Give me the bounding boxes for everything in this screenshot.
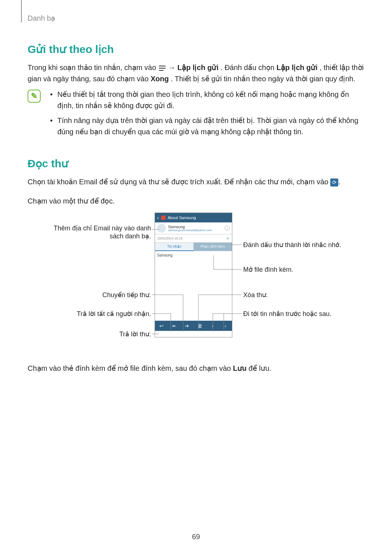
meta-row: 15/01/2014 16:15 ★ xyxy=(155,234,232,243)
callout-add-contact: Thêm địa chỉ Email này vào danh sách dan… xyxy=(38,224,151,240)
callout-prev-next: Đi tới tin nhắn trước hoặc sau. xyxy=(243,310,331,318)
leader-line xyxy=(213,313,213,332)
chapter-label: Danh bạ xyxy=(28,14,56,22)
callout-reply-all: Trả lời tất cả người nhận. xyxy=(60,310,151,318)
leader-line xyxy=(213,313,242,314)
forward-icon[interactable]: ➔ xyxy=(184,323,190,329)
leader-line xyxy=(224,313,224,332)
datetime: 15/01/2014 16:15 xyxy=(157,237,183,240)
leader-line xyxy=(213,269,242,270)
text: Chọn tài khoản Email để sử dụng và thư s… xyxy=(28,178,330,186)
callout-star: Đánh dấu thư thành lời nhắc nhở. xyxy=(243,241,341,249)
paragraph-tap-read: Chạm vào một thư để đọc. xyxy=(28,196,364,207)
menu-icon xyxy=(159,66,166,71)
text: Chạm vào thẻ đính kèm để mở file đính kè… xyxy=(28,364,233,372)
leader-line xyxy=(152,334,159,334)
note-icon: ✎ xyxy=(28,90,41,103)
phone-tabs: Tin nhắn Phần đính kèm xyxy=(155,243,232,251)
leader-line xyxy=(213,255,214,269)
text: Trong khi soạn thảo tin nhắn, chạm vào xyxy=(28,63,158,71)
avatar[interactable] xyxy=(157,224,166,233)
text-bold: Lưu xyxy=(233,364,246,372)
app-icon xyxy=(161,216,166,220)
text-bold: Lập lịch gửi xyxy=(277,63,318,71)
heading-read: Đọc thư xyxy=(28,157,364,170)
text: . xyxy=(338,178,340,186)
leader-line xyxy=(152,295,183,295)
leader-line xyxy=(171,313,171,332)
tab-message[interactable]: Tin nhắn xyxy=(155,243,193,251)
heading-schedule: Gửi thư theo lịch xyxy=(28,43,364,56)
header-rule xyxy=(21,0,22,22)
text-bold: Xong xyxy=(151,75,169,83)
mail-subject: About Samsung xyxy=(168,216,196,220)
paragraph-save-attach: Chạm vào thẻ đính kèm để mở file đính kè… xyxy=(28,363,364,374)
delete-icon[interactable]: 🗑 xyxy=(197,323,203,329)
reply-icon[interactable]: ↩ xyxy=(158,323,165,329)
callout-reply: Trả lời thư. xyxy=(100,330,151,338)
leader-line xyxy=(231,245,242,245)
mail-body: Samsung xyxy=(155,251,232,321)
text-bold: Lập lịch gửi xyxy=(177,63,219,71)
sender-name: Samsung xyxy=(168,225,225,229)
reply-all-icon[interactable]: ↞ xyxy=(171,323,177,329)
phone-titlebar: ‹ About Samsung xyxy=(155,213,232,222)
leader-line xyxy=(198,295,199,332)
callout-forward: Chuyển tiếp thư. xyxy=(82,291,151,299)
note-item: Tính năng này dựa trên thời gian và ngày… xyxy=(49,115,364,138)
leader-line xyxy=(198,295,242,295)
paragraph-schedule: Trong khi soạn thảo tin nhắn, chạm vào →… xyxy=(28,62,364,85)
text: . Đánh dấu chọn xyxy=(221,63,277,71)
email-diagram: ‹ About Samsung Samsung samsungusermanua… xyxy=(28,213,362,354)
sender-row: Samsung samsungusermanual@yahoo.com ⌄ xyxy=(155,222,232,234)
text: . Thiết bị sẽ gửi tin nhắn theo ngày và … xyxy=(171,75,355,83)
note-block: ✎ Nếu thiết bị tắt trong thời gian theo … xyxy=(28,89,364,141)
next-icon[interactable]: › xyxy=(222,323,229,329)
text: để lưu. xyxy=(249,364,271,372)
text: → xyxy=(168,63,177,71)
callout-delete: Xóa thư. xyxy=(243,291,268,299)
paragraph-read-intro: Chọn tài khoản Email để sử dụng và thư s… xyxy=(28,176,364,188)
phone-mock: ‹ About Samsung Samsung samsungusermanua… xyxy=(155,213,232,337)
sender-email: samsungusermanual@yahoo.com xyxy=(168,229,225,232)
phone-toolbar: ↩ ↞ ➔ 🗑 ‹ › xyxy=(155,321,232,331)
refresh-icon: ⟳ xyxy=(330,178,338,186)
page-number: 69 xyxy=(0,533,392,541)
tab-attachment[interactable]: Phần đính kèm xyxy=(193,243,232,251)
leader-line xyxy=(183,295,183,332)
leader-line xyxy=(152,313,171,314)
expand-icon[interactable]: ⌄ xyxy=(225,226,230,231)
callout-open-attach: Mở file đính kèm. xyxy=(243,266,293,274)
back-icon[interactable]: ‹ xyxy=(157,215,159,221)
star-icon[interactable]: ★ xyxy=(226,236,230,241)
leader-line xyxy=(152,229,159,230)
note-item: Nếu thiết bị tắt trong thời gian theo lị… xyxy=(49,89,364,111)
